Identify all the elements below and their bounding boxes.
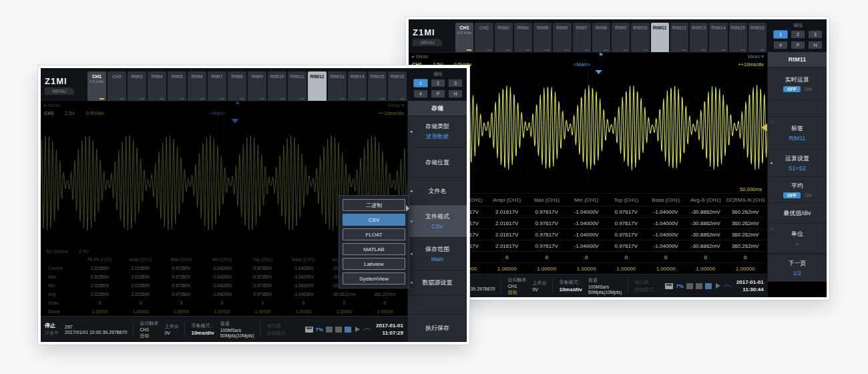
tab-rtm10[interactable]: RtM10 [631,23,649,52]
menu-item-5[interactable]: 最优值/div [768,203,827,224]
menu-item-5[interactable]: ◂保存范围Main [408,238,467,270]
group-button-2[interactable]: 2 [791,30,805,39]
tab-rtm9[interactable]: RtM9 [612,23,630,52]
toggle-on-option[interactable]: ON [805,193,812,198]
group-button-2[interactable]: 2 [431,79,445,87]
popup-item-二进制[interactable]: 二进制 [343,199,405,211]
menu-item-2[interactable]: 存储位置 [408,148,467,178]
group-button-1[interactable]: 1 [413,79,428,87]
toggle-on-option[interactable]: ON [805,87,812,91]
tab-rtm15[interactable]: RtM15 [368,71,387,101]
group-button-3[interactable]: 3 [448,79,463,87]
group-button-p[interactable]: P [791,41,805,49]
menu-item-3[interactable]: ◂文件名 [408,178,467,205]
edge-info: 上升沿0V [164,323,178,335]
tab-rtm7[interactable]: RtM7 [208,71,226,101]
tab-ch2[interactable]: CH2 [107,71,126,101]
tab-rtm11[interactable]: RtM11 [651,23,669,52]
menu-item-1[interactable]: ◂存储类型波形数据 [408,116,467,148]
menu-item-7[interactable]: 下一页1/2 [768,254,827,282]
menu-item-6[interactable]: ◂数据源设置 [408,270,467,295]
status-icons: 7% [665,283,730,289]
toggle-off-option[interactable]: OFF [783,86,801,92]
tab-ch2[interactable]: CH2 [475,23,493,52]
menu-button[interactable]: MENU [45,87,74,95]
tab-rtm16[interactable]: RtM16 [388,71,407,101]
execute-save-button[interactable]: 执行保存 [408,315,467,342]
menu-item-label: 存储类型 [425,122,449,131]
tab-rtm5[interactable]: RtM5 [168,71,186,101]
group-button-p[interactable]: P [431,89,445,98]
channel-off-indicator [584,49,589,51]
tab-ch1[interactable]: CH10.5 V/div [87,71,106,101]
tab-rtm12[interactable]: RtM12 [308,71,327,101]
channel-info-row: ▸ MeasMeas ▾⚑CH12.5V0.5V/div<Main>++10ms… [41,101,407,119]
menu-item-4[interactable]: ◂文件格式CSV [408,205,467,238]
table-cell: 0 [606,252,646,263]
table-row: Avg2.01550V2.01550V0.97350V-1.04200V0.97… [43,290,405,299]
popup-item-systemview[interactable]: SystemView [343,272,405,285]
group-button-4[interactable]: 4 [773,41,788,49]
tab-rtm6[interactable]: RtM6 [553,23,571,52]
menu-item-label: 文件名 [429,187,447,196]
table-cell: 0 [79,299,120,307]
tab-rtm4[interactable]: RtM4 [148,71,166,101]
group-panel: 编组 1234PH [409,70,467,101]
tab-rtm14[interactable]: RtM14 [348,71,367,101]
record-icon [696,283,702,289]
tab-rtm16[interactable]: RtM16 [748,23,767,52]
on-off-toggle[interactable]: OFFON [783,192,812,198]
group-button-3[interactable]: 3 [808,30,823,39]
tab-rtm3[interactable]: RtM3 [495,23,513,52]
tab-rtm8[interactable]: RtM8 [592,23,610,52]
acquisition-count: 297 [65,325,127,329]
meas-indicator-right[interactable]: Meas ▾ [388,102,404,108]
menu-item-1[interactable]: 实时运算OFFON [768,67,827,100]
menu-item-2[interactable]: ☝标签RtM11 [768,117,827,150]
menu-button[interactable]: MENU [413,39,442,46]
menu-item-3[interactable]: ◂运算设置S1+S2 [768,150,827,177]
meas-indicator-right[interactable]: Meas ▾ [748,53,764,59]
table-column-header: Pk-Pk (CH1) [79,255,120,264]
popup-item-float[interactable]: FLOAT [343,228,405,240]
tab-rtm12[interactable]: RtM12 [670,23,688,52]
tab-rtm15[interactable]: RtM15 [729,23,747,52]
tab-rtm7[interactable]: RtM7 [573,23,591,52]
channel-off-indicator [400,98,405,100]
tab-rtm11[interactable]: RtM11 [288,71,306,101]
group-button-h[interactable]: H [808,41,823,49]
table-cell: -1.04000V [567,218,607,229]
tab-rtm8[interactable]: RtM8 [228,71,246,101]
camera-icon [326,327,333,333]
toggle-off-option[interactable]: OFF [783,192,801,198]
tab-rtm4[interactable]: RtM4 [514,23,532,52]
channel-off-indicator [240,98,244,100]
group-button-1[interactable]: 1 [773,30,788,39]
menu-item-4[interactable]: 平均OFFON [768,177,827,203]
tab-rtm10[interactable]: RtM10 [268,71,286,101]
camera-icon [686,283,693,289]
group-button-4[interactable]: 4 [413,89,428,98]
table-cell: 360.267mV [365,290,405,299]
group-panel: 编组 1234PH [769,21,827,52]
edge-level: 0V [532,287,546,292]
tab-label: RtM3 [498,25,509,30]
group-button-h[interactable]: H [448,89,463,98]
on-off-toggle[interactable]: OFFON [783,86,812,92]
popup-item-labview[interactable]: Labview [343,258,405,270]
menu-item-label: 单位 [791,230,803,238]
tab-rtm13[interactable]: RtM13 [328,71,347,101]
tab-rtm3[interactable]: RtM3 [128,71,146,101]
tab-ch1[interactable]: CH10.5 V/div [455,23,473,52]
tab-rtm9[interactable]: RtM9 [248,71,266,101]
tab-rtm5[interactable]: RtM5 [533,23,552,52]
menu-item-6[interactable]: ☝单位-- [768,224,827,254]
table-column-header: Min (CH1) [567,194,607,206]
status-date: 2017-01-01 [736,279,764,286]
tab-rtm14[interactable]: RtM14 [709,23,727,52]
tab-rtm6[interactable]: RtM6 [188,71,206,101]
popup-item-matlab[interactable]: MATLAB [343,243,405,255]
popup-item-csv[interactable]: CSV [343,214,405,226]
tab-rtm13[interactable]: RtM13 [690,23,708,52]
table-cell: -30.8622mV [324,290,365,299]
